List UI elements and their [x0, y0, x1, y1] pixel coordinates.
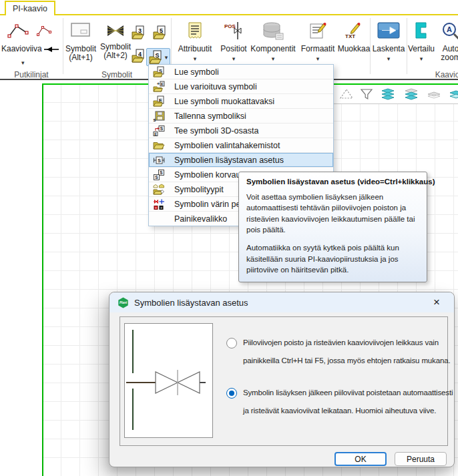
attribute-list-icon: [188, 22, 202, 39]
komponentit-label: Komponentit: [250, 45, 295, 53]
menu-item-lue-symboli[interactable]: S Lue symboli: [149, 65, 333, 79]
plant-logo-text: Plant: [120, 301, 128, 304]
layers-teal-icon[interactable]: [379, 87, 397, 101]
ribbon-tooltip: Symbolien lisäystavan asetus (video=Ctrl…: [238, 172, 427, 282]
radio-option-automatic[interactable]: Symbolin lisäyksen jälkeen piiloviivat p…: [226, 384, 453, 420]
tab-pi-kaavio[interactable]: PI-kaavio: [5, 1, 55, 15]
symbolit-alt1-button[interactable]: Symbolit (Alt+1): [64, 15, 97, 78]
radio-button-unselected[interactable]: [226, 338, 237, 348]
tooltip-paragraph-2: Automatiikka on syytä kytkeä pois päältä…: [246, 242, 419, 275]
open-folder-icon: [149, 140, 169, 152]
svg-text:S: S: [160, 170, 163, 175]
symbolit-alt2-button[interactable]: Symbolit (Alt+2): [98, 15, 133, 78]
group-label-putkilinjat: Putkilinjat: [0, 70, 63, 79]
svg-text:A: A: [447, 25, 452, 33]
txt-pencil-icon: TXT: [345, 22, 363, 39]
cancel-button[interactable]: Peruuta: [395, 452, 447, 466]
menu-item-label: Symbolien valintahakemistot: [174, 141, 280, 150]
save-disk-icon: s: [149, 110, 169, 122]
diagram-line-large-icon[interactable]: [7, 22, 31, 39]
tooltip-paragraph-1: Voit asettaa symbolien lisäyksen jälkeen…: [246, 192, 419, 235]
group-label-kaavio: Kaavio: [427, 70, 458, 79]
svg-text:S: S: [158, 158, 161, 162]
symbol-color-inherit-icon: x x: [149, 198, 169, 210]
menu-item-label: Tee symboli 3D-osasta: [174, 126, 258, 136]
close-icon[interactable]: ×: [429, 295, 444, 310]
valve-symbol-preview: [124, 323, 213, 438]
vertailu-button[interactable]: Vertailu ▾: [407, 15, 435, 78]
radio1-line1: Piiloviivojen poisto ja risteävien kaavi…: [243, 334, 450, 352]
menu-item-lue-symboli-muokattavaksi[interactable]: E Lue symboli muokattavaksi: [149, 94, 333, 109]
dialog-titlebar[interactable]: Plant Symbolien lisäystavan asetus ×: [109, 292, 454, 312]
layers-gray-flat-icon[interactable]: [426, 89, 442, 99]
group-separator: [63, 18, 63, 74]
pipeline-arrow-icon[interactable]: [44, 45, 59, 53]
radio-option-manual[interactable]: Piiloviivojen poisto ja risteävien kaavi…: [226, 334, 450, 370]
symbol-folder-4-button[interactable]: 4: [131, 48, 147, 64]
application-window: PI-kaavio: [0, 0, 458, 476]
symbol-types-icon: [149, 184, 169, 196]
menu-item-label: Painikevalikko: [174, 214, 227, 224]
muokkaa-button[interactable]: TXT Muokkaa: [337, 15, 371, 78]
chevron-down-icon: ▾: [232, 56, 236, 61]
attribuutit-label: Attribuutit: [178, 45, 212, 53]
view-toolbar: [332, 85, 458, 104]
ok-button[interactable]: OK: [334, 452, 387, 466]
filter-funnel-icon[interactable]: [360, 88, 373, 101]
svg-text:E: E: [154, 132, 157, 136]
autozoom-button[interactable]: A Auto zoom: [436, 15, 458, 78]
menu-item-lue-varioituva-symboli[interactable]: + E Lue varioituva symboli: [149, 79, 333, 94]
menu-item-tallenna-symboliksi[interactable]: s Tallenna symboliksi: [149, 109, 333, 124]
positiot-label: Positiot: [220, 45, 246, 53]
menu-item-symbolien-valintahakemistot[interactable]: Symbolien valintahakemistot: [149, 138, 333, 153]
menu-item-label: Lue symboli: [174, 67, 219, 77]
chevron-down-icon: ▾: [316, 56, 320, 61]
symbol-from-3d-icon: S E: [149, 125, 169, 137]
compare-c-icon: [415, 22, 428, 39]
dashed-triangle-icon[interactable]: [339, 88, 354, 100]
database-icon: [262, 22, 284, 39]
txt-icon-text: TXT: [345, 33, 355, 39]
folder-plus-e-icon: + E: [149, 81, 169, 93]
dialog-title: Symbolien lisäystavan asetus: [134, 298, 248, 308]
menu-item-label: Tallenna symboliksi: [174, 111, 246, 121]
symbol-window-icon: [71, 22, 91, 39]
chevron-down-icon: ▾: [420, 56, 423, 61]
symbolit-alt2-line2: (Alt+2): [100, 51, 131, 60]
symbol-insert-setting-icon: S: [149, 154, 169, 166]
diagram-line-small-icon[interactable]: [36, 24, 53, 37]
calculate-arrow-icon: [377, 22, 400, 39]
muokkaa-label: Muokkaa: [338, 45, 371, 53]
symbol-folder-5-button[interactable]: 5: [152, 25, 168, 41]
radio-button-selected[interactable]: [226, 388, 237, 399]
layers-teal-flat-icon[interactable]: [448, 89, 458, 99]
tab-label: PI-kaavio: [13, 4, 47, 13]
document-pencil-icon: [309, 22, 326, 39]
kaavioviiva-button[interactable]: Kaavioviiva ▾: [0, 15, 63, 78]
laskenta-label: Laskenta: [373, 45, 405, 53]
menu-item-label: Symbolien lisäystavan asetus: [174, 156, 284, 165]
svg-text:s: s: [154, 117, 156, 122]
folder-s-icon: S: [149, 66, 169, 78]
menu-item-label: Lue symboli muokattavaksi: [174, 97, 274, 106]
menu-item-label: Symbolityypit: [174, 185, 224, 194]
symbolit-alt1-line2: (Alt+1): [65, 53, 96, 62]
layers-mixed-icon[interactable]: [403, 87, 420, 101]
laskenta-button[interactable]: Laskenta ▾: [371, 15, 406, 78]
autozoom-line2: zoom: [441, 53, 458, 62]
menu-item-tee-symboli-3d-osasta[interactable]: S E Tee symboli 3D-osasta: [149, 124, 333, 138]
chevron-down-icon: ▾: [272, 56, 275, 61]
plant-logo-icon: Plant: [118, 297, 129, 308]
chevron-down-icon: ▾: [194, 56, 197, 61]
menu-item-label: Lue varioituva symboli: [174, 82, 257, 91]
chevron-down-icon: ▾: [165, 55, 168, 60]
radio1-line2: painikkeilla Ctrl+H tai F5, jossa myös e…: [243, 352, 450, 370]
svg-text:S: S: [155, 175, 158, 180]
symbol-replace-icon: S S: [149, 169, 169, 181]
folder-e-icon: E: [149, 95, 169, 107]
symbol-folder-3-button[interactable]: 3: [131, 25, 147, 41]
menu-item-symbolien-lisaystavan-asetus[interactable]: S Symbolien lisäystavan asetus: [149, 153, 333, 168]
position-tag-icon: POS: [224, 22, 244, 39]
chevron-down-icon[interactable]: ▾: [21, 60, 25, 65]
symbol-folder-s-button-active[interactable]: S ▾: [146, 48, 170, 66]
